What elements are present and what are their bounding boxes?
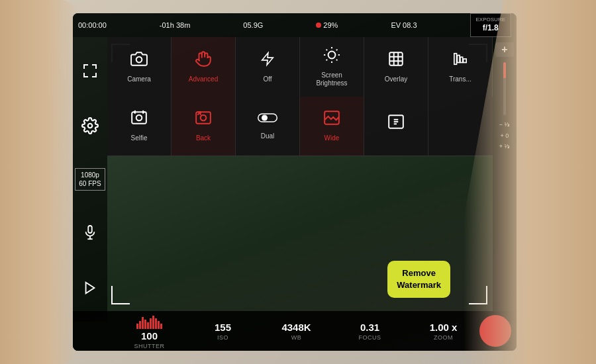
svg-point-7 <box>328 51 336 58</box>
menu-advanced-label: Advanced <box>189 75 218 83</box>
battery-indicator: 29% <box>316 21 338 29</box>
svg-rect-24 <box>464 59 467 63</box>
battery-icon <box>316 23 321 28</box>
wb-segment[interactable]: 4348K WB <box>260 322 333 341</box>
transition-icon <box>453 50 468 71</box>
svg-rect-23 <box>460 57 463 62</box>
menu-off-label: Off <box>263 75 272 83</box>
iso-value: 155 <box>215 322 231 333</box>
hand-wave-icon <box>195 50 212 71</box>
menu-off[interactable]: Off <box>236 37 300 97</box>
left-sidebar: 1080p 60 FPS <box>73 37 107 322</box>
settings-icon[interactable] <box>78 114 102 138</box>
top-bar: 00:00:00 -01h 38m 05.9G 29% EV 08.3 EXPO… <box>73 13 517 37</box>
svg-marker-6 <box>262 53 273 65</box>
timecode: 00:00:00 <box>78 21 107 29</box>
wb-label: WB <box>291 334 302 341</box>
ev-indicator: EV 08.3 <box>391 21 417 29</box>
resolution-box[interactable]: 1080p 60 FPS <box>75 168 105 191</box>
focus-segment[interactable]: 0.31 FOCUS <box>333 322 407 341</box>
menu-overlay: Camera Advanced Off <box>107 37 493 156</box>
svg-rect-16 <box>389 52 403 66</box>
iso-label: ISO <box>217 334 228 341</box>
svg-point-0 <box>88 123 93 128</box>
camera-icon <box>130 50 148 71</box>
menu-dual-label: Dual <box>261 132 275 140</box>
viewfinder-corner-bl <box>111 286 130 304</box>
zoom-label: ZOOM <box>434 334 453 341</box>
menu-selfie[interactable]: Selfie <box>107 97 172 156</box>
selfie-icon <box>130 109 148 130</box>
menu-overlay-label: Overlay <box>385 75 407 83</box>
storage-indicator: 05.9G <box>243 21 263 29</box>
shutter-segment[interactable]: 100 SHUTTER <box>113 313 186 349</box>
microphone-icon[interactable] <box>78 221 102 245</box>
iso-segment[interactable]: 155 ISO <box>186 322 260 341</box>
menu-transition[interactable]: Trans... <box>428 37 493 97</box>
lightning-icon <box>260 50 275 71</box>
menu-wide-label: Wide <box>324 134 340 142</box>
menu-back[interactable]: Back <box>172 97 236 156</box>
wide-icon <box>323 109 340 130</box>
shutter-label: SHUTTER <box>134 343 165 349</box>
focus-label: FOCUS <box>359 334 381 341</box>
svg-line-15 <box>336 49 338 50</box>
svg-line-14 <box>326 60 328 61</box>
svg-rect-22 <box>457 55 460 62</box>
menu-brightness-label: Screen Brightness <box>316 71 347 87</box>
remaining-time: -01h 38m <box>160 21 190 29</box>
svg-rect-1 <box>88 226 92 233</box>
svg-point-28 <box>201 115 207 121</box>
histogram <box>136 313 162 329</box>
svg-marker-4 <box>86 283 95 294</box>
svg-rect-25 <box>132 113 146 124</box>
menu-screen-brightness[interactable]: Screen Brightness <box>300 37 364 97</box>
svg-point-26 <box>136 115 142 121</box>
svg-line-10 <box>326 49 328 50</box>
overlay-icon <box>387 50 405 71</box>
svg-rect-21 <box>454 54 457 65</box>
watermark-tooltip[interactable]: Remove Watermark <box>387 261 450 298</box>
phone-screen: 00:00:00 -01h 38m 05.9G 29% EV 08.3 EXPO… <box>73 13 517 351</box>
shutter-value: 100 <box>141 330 158 341</box>
menu-transition-label: Trans... <box>449 75 472 83</box>
svg-point-5 <box>136 57 142 63</box>
expand-icon[interactable] <box>78 59 102 83</box>
menu-dual[interactable]: Dual <box>236 97 300 156</box>
brightness-icon <box>323 46 340 68</box>
extra-icon <box>387 113 405 134</box>
menu-back-label: Back <box>196 134 211 142</box>
menu-camera[interactable]: Camera <box>107 37 172 97</box>
wb-value: 4348K <box>281 322 311 333</box>
menu-overlay[interactable]: Overlay <box>364 37 428 97</box>
bottom-bar: 100 SHUTTER 155 ISO 4348K WB 0.31 FOCUS … <box>73 311 517 351</box>
dual-icon <box>258 111 277 128</box>
menu-wide[interactable]: Wide <box>300 97 364 156</box>
menu-selfie-label: Selfie <box>130 134 147 142</box>
back-icon <box>195 109 212 130</box>
svg-point-31 <box>262 115 268 121</box>
menu-camera-label: Camera <box>127 75 151 83</box>
menu-advanced[interactable]: Advanced <box>172 37 236 97</box>
play-icon[interactable] <box>78 276 102 300</box>
hand-left <box>0 0 79 364</box>
zoom-value: 1.00 x <box>430 322 458 333</box>
svg-line-11 <box>336 60 338 61</box>
focus-value: 0.31 <box>360 322 379 333</box>
menu-extra[interactable] <box>364 97 428 156</box>
